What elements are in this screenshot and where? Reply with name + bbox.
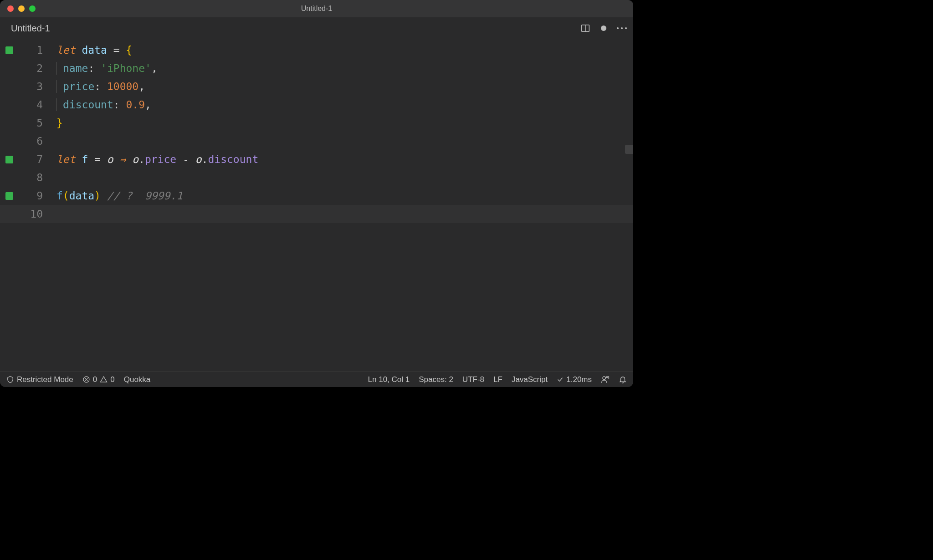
window-title: Untitled-1 (0, 5, 633, 13)
person-feedback-icon (601, 375, 610, 384)
quokka-label: Quokka (124, 375, 151, 384)
line-number: 9 (20, 187, 45, 205)
error-icon (82, 376, 90, 383)
more-actions-icon[interactable] (617, 27, 627, 29)
indentation-button[interactable]: Spaces: 2 (419, 375, 453, 384)
line-number: 7 (20, 150, 45, 168)
editor-window: Untitled-1 Untitled-1 (0, 0, 633, 387)
quokka-button[interactable]: Quokka (124, 375, 151, 384)
check-icon (557, 376, 564, 383)
code-line: let data = { (56, 41, 258, 59)
svg-point-2 (601, 25, 606, 31)
tab-actions (580, 23, 627, 33)
code-line: name: 'iPhone', (56, 59, 258, 77)
minimap-slider[interactable] (625, 145, 633, 154)
svg-point-6 (603, 377, 605, 379)
split-editor-icon[interactable] (580, 23, 590, 33)
timing-button[interactable]: 1.20ms (557, 375, 592, 384)
line-number: 4 (20, 96, 45, 114)
line-number: 1 (20, 41, 45, 59)
line-number: 8 (20, 168, 45, 187)
quokka-marker-icon (5, 156, 13, 163)
status-bar: Restricted Mode 0 0 Quokka Ln 10, Col 1 … (0, 372, 633, 387)
fullscreen-icon[interactable] (29, 5, 36, 12)
line-number: 6 (20, 132, 45, 150)
code-editor[interactable]: 1 2 3 4 5 6 7 8 9 10 let data = { name: … (0, 39, 633, 372)
close-icon[interactable] (7, 5, 14, 12)
code-line (56, 132, 258, 150)
minimize-icon[interactable] (18, 5, 25, 12)
warning-icon (100, 376, 108, 383)
shield-icon (6, 376, 14, 383)
language-mode-button[interactable]: JavaScript (512, 375, 548, 384)
encoding-button[interactable]: UTF-8 (462, 375, 484, 384)
code-line (56, 168, 258, 187)
code-line: f(data) // ? 9999.1 (56, 187, 258, 205)
problems-button[interactable]: 0 0 (82, 375, 115, 384)
line-number: 2 (20, 59, 45, 77)
warning-count: 0 (110, 375, 114, 384)
modified-dot-icon[interactable] (600, 25, 607, 31)
code-line: let f = o ⇒ o.price - o.discount (56, 150, 258, 168)
error-count: 0 (93, 375, 97, 384)
tab-bar: Untitled-1 (0, 17, 633, 39)
titlebar[interactable]: Untitled-1 (0, 0, 633, 17)
tab-untitled[interactable]: Untitled-1 (6, 20, 55, 36)
code-line: discount: 0.9, (56, 96, 258, 114)
feedback-button[interactable] (601, 375, 610, 384)
cursor-position-button[interactable]: Ln 10, Col 1 (368, 375, 410, 384)
line-number: 5 (20, 114, 45, 132)
line-number: 3 (20, 77, 45, 96)
active-line-highlight (0, 205, 633, 223)
timing-label: 1.20ms (566, 375, 592, 384)
restricted-mode-button[interactable]: Restricted Mode (6, 375, 73, 384)
code-line: } (56, 114, 258, 132)
notifications-button[interactable] (619, 376, 627, 384)
restricted-mode-label: Restricted Mode (17, 375, 73, 384)
bell-icon (619, 376, 627, 384)
quokka-marker-icon (5, 192, 13, 200)
quokka-marker-icon (5, 46, 13, 54)
eol-button[interactable]: LF (493, 375, 502, 384)
code-line: price: 10000, (56, 77, 258, 96)
traffic-lights (7, 5, 36, 12)
